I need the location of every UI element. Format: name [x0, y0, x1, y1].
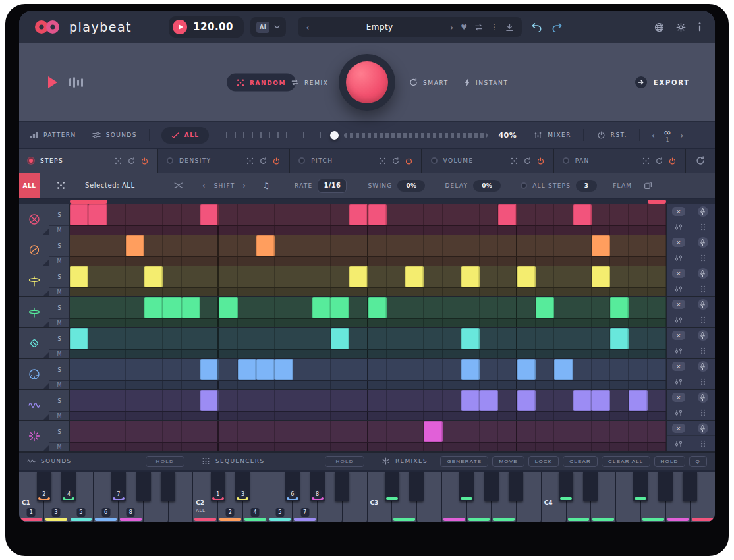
step-20[interactable] [424, 204, 442, 225]
step-25[interactable] [517, 421, 536, 442]
step-10[interactable] [238, 421, 256, 442]
substep-30[interactable] [610, 412, 629, 420]
key-A#3[interactable] [509, 472, 523, 501]
substep-19[interactable] [405, 412, 424, 420]
step-1[interactable] [70, 359, 88, 380]
select-all-button[interactable]: ALL [19, 173, 40, 198]
step-13[interactable] [293, 390, 312, 411]
step-26[interactable] [536, 297, 554, 318]
step-4[interactable] [126, 266, 144, 287]
step-12[interactable] [275, 359, 293, 380]
step-12[interactable] [275, 204, 293, 225]
substep-1[interactable] [70, 257, 88, 266]
substep-4[interactable] [126, 319, 144, 327]
power-icon[interactable] [405, 157, 412, 165]
substep-32[interactable] [648, 288, 666, 296]
substep-10[interactable] [238, 319, 256, 327]
tab-steps[interactable]: STEPS [19, 149, 157, 173]
substep-27[interactable] [554, 226, 573, 235]
step-14[interactable] [312, 328, 331, 349]
substep-15[interactable] [331, 412, 349, 420]
step-24[interactable] [498, 235, 517, 256]
substep-11[interactable] [256, 443, 275, 451]
substep-21[interactable] [443, 288, 461, 296]
step-25[interactable] [517, 235, 536, 256]
solo-button[interactable]: S [49, 235, 69, 256]
solo-button[interactable]: S [49, 297, 69, 318]
step-26[interactable] [536, 266, 554, 287]
step-15[interactable] [331, 297, 349, 318]
substep-23[interactable] [480, 381, 498, 389]
shaker-track-button[interactable] [19, 328, 49, 358]
step-9[interactable] [219, 390, 237, 411]
step-30[interactable] [610, 297, 629, 318]
substep-15[interactable] [331, 443, 349, 451]
step-22[interactable] [461, 204, 480, 225]
bass-track-button[interactable] [19, 390, 49, 420]
step-12[interactable] [275, 266, 293, 287]
substep-20[interactable] [424, 319, 442, 327]
mute-button[interactable]: M [49, 318, 69, 327]
step-29[interactable] [592, 204, 610, 225]
step-7[interactable] [182, 390, 200, 411]
substep-24[interactable] [498, 412, 517, 420]
substep-9[interactable] [219, 350, 237, 358]
step-15[interactable] [331, 204, 349, 225]
substep-11[interactable] [256, 319, 275, 327]
substep-7[interactable] [182, 350, 200, 358]
rate-value[interactable]: 1/16 [318, 179, 347, 193]
step-32[interactable] [648, 421, 666, 442]
generate-button[interactable]: GENERATE [440, 456, 488, 467]
global-cycle-button[interactable] [686, 149, 715, 173]
step-11[interactable] [256, 266, 275, 287]
substep-9[interactable] [219, 381, 237, 389]
step-9[interactable] [219, 204, 237, 225]
cymbal-track-button[interactable] [19, 297, 49, 327]
step-11[interactable] [256, 328, 275, 349]
substep-26[interactable] [536, 319, 554, 327]
flam-button[interactable]: FLAM [613, 182, 632, 189]
mute-button[interactable]: M [49, 349, 69, 358]
step-20[interactable] [424, 235, 442, 256]
lock-button[interactable]: LOCK [528, 456, 559, 467]
density-slider-handle[interactable] [330, 131, 339, 140]
step-22[interactable] [461, 359, 480, 380]
step-20[interactable] [424, 297, 442, 318]
substep-26[interactable] [536, 412, 554, 420]
substep-10[interactable] [238, 226, 256, 235]
step-1[interactable] [70, 297, 88, 318]
substep-31[interactable] [629, 288, 647, 296]
step-11[interactable] [256, 297, 275, 318]
shift-left-button[interactable]: ‹ [202, 181, 206, 190]
step-7[interactable] [182, 359, 200, 380]
step-25[interactable] [517, 359, 536, 380]
substep-9[interactable] [219, 412, 237, 420]
step-30[interactable] [610, 266, 629, 287]
step-2[interactable] [88, 390, 107, 411]
step-8[interactable] [200, 359, 219, 380]
step-17[interactable] [368, 328, 387, 349]
undo-button[interactable] [531, 22, 542, 32]
step-18[interactable] [387, 297, 405, 318]
step-3[interactable] [107, 204, 126, 225]
instant-mode-button[interactable]: INSTANT [465, 78, 509, 87]
substep-6[interactable] [163, 443, 181, 451]
track-grid-icon[interactable] [699, 285, 707, 293]
substep-16[interactable] [349, 319, 368, 327]
substep-27[interactable] [554, 350, 573, 358]
randomize-big-button[interactable] [339, 54, 395, 111]
substep-1[interactable] [70, 443, 88, 451]
step-16[interactable] [349, 297, 368, 318]
substep-16[interactable] [349, 226, 368, 235]
step-8[interactable] [200, 235, 219, 256]
step-11[interactable] [256, 390, 275, 411]
step-23[interactable] [480, 359, 498, 380]
step-23[interactable] [480, 235, 498, 256]
step-5[interactable] [144, 204, 163, 225]
kebab-menu-icon[interactable]: ⋮ [490, 22, 498, 32]
step-31[interactable] [629, 266, 647, 287]
substep-18[interactable] [387, 443, 405, 451]
substep-18[interactable] [387, 412, 405, 420]
substep-20[interactable] [424, 257, 442, 266]
tab-volume[interactable]: VOLUME [422, 149, 553, 173]
